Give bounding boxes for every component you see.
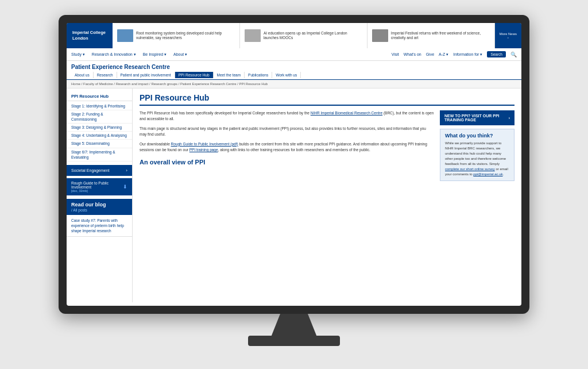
nav-right: Visit What's on Give A-Z ▾ Information f…: [392, 51, 517, 57]
more-news-button[interactable]: More News ›: [495, 23, 521, 48]
news-item-1[interactable]: Root monitoring system being developed c…: [113, 23, 240, 48]
email-link[interactable]: ppi@imperial.ac.uk: [473, 172, 502, 176]
logo-text: Imperial College London: [72, 30, 106, 41]
nav-az[interactable]: A-Z ▾: [439, 52, 448, 57]
sub-nav-research[interactable]: Research: [94, 72, 117, 78]
sidebar: PPI Resource Hub Stage 1: Identifying & …: [67, 89, 133, 302]
ppi-training-link[interactable]: PPI training page: [189, 148, 218, 152]
nav-give[interactable]: Give: [426, 52, 434, 56]
sidebar-rough-guide[interactable]: Rough Guide to Public Involvement [doc, …: [67, 178, 132, 195]
sidebar-item-stage5[interactable]: Stage 5: Disseminating: [67, 140, 132, 148]
survey-link[interactable]: complete our short online survey: [445, 167, 495, 171]
news-text-1: Root monitoring system being developed c…: [136, 31, 235, 41]
all-posts-link[interactable]: / All posts: [71, 208, 127, 212]
read-blog-title: Read our blog: [71, 202, 127, 207]
download-icon: ⬇: [123, 184, 127, 190]
blog-case-study[interactable]: Case study #7: Parents with experience o…: [67, 215, 132, 237]
arrow-right-icon: ›: [509, 116, 510, 120]
monitor-base: [248, 336, 340, 346]
content-paragraph-3: Our downloadable Rough Guide to Public I…: [140, 141, 434, 153]
nihr-brc-link[interactable]: NIHR Imperial Biomedical Research Centre: [311, 111, 382, 115]
content-main-col: The PPI Resource Hub has been specifical…: [140, 110, 434, 181]
sub-nav: About us Research Patient and public inv…: [71, 72, 517, 78]
monitor-body: Imperial College London Root monitoring …: [59, 15, 529, 314]
top-header: Imperial College London Root monitoring …: [67, 23, 521, 48]
monitor-screen: Imperial College London Root monitoring …: [67, 23, 521, 306]
nav-whats-on[interactable]: What's on: [404, 52, 421, 56]
monitor-wrapper: Imperial College London Root monitoring …: [59, 15, 529, 354]
news-text-3: Imperial Festival returns with free week…: [391, 31, 490, 41]
news-thumb-1: [117, 29, 133, 42]
arrow-right-icon: ›: [508, 36, 509, 39]
sidebar-item-stage1[interactable]: Stage 1: Identifying & Prioritising: [67, 102, 132, 110]
nav-research[interactable]: Research & Innovation ▾: [92, 52, 136, 57]
search-button[interactable]: Search: [487, 51, 506, 57]
nav-about[interactable]: About ▾: [173, 52, 187, 57]
news-text-2: AI education opens up as Imperial Colleg…: [264, 31, 362, 41]
sidebar-societal-engagement[interactable]: Societal Engagement ›: [67, 165, 132, 176]
sub-nav-ppi-hub[interactable]: PPI Resource Hub: [175, 72, 214, 78]
sub-header-title: Patient Experience Research Centre: [71, 64, 517, 70]
read-blog-section: Read our blog / All posts: [67, 199, 132, 215]
chevron-right-icon: ›: [126, 168, 127, 173]
sub-header: Patient Experience Research Centre About…: [67, 61, 521, 80]
main-layout: PPI Resource Hub Stage 1: Identifying & …: [67, 89, 521, 302]
breadcrumb: Home / Faculty of Medicine / Research an…: [67, 80, 521, 89]
rough-guide-link[interactable]: Rough Guide to Public Involvement (pdf): [171, 142, 238, 146]
content-side-col: NEW TO PPI? VISIT OUR PPI TRAINING PAGE …: [440, 110, 514, 181]
news-items: Root monitoring system being developed c…: [113, 23, 495, 48]
news-thumb-3: [372, 29, 388, 42]
nav-bar: Study ▾ Research & Innovation ▾ Be Inspi…: [67, 48, 521, 61]
sub-nav-work-with-us[interactable]: Work with us: [272, 72, 301, 78]
page-title: PPI Resource Hub: [140, 93, 514, 106]
search-icon[interactable]: 🔍: [510, 52, 517, 57]
news-thumb-2: [245, 29, 261, 42]
news-item-3[interactable]: Imperial Festival returns with free week…: [368, 23, 495, 48]
what-do-you-think-box: What do you think? While we primarily pr…: [440, 129, 514, 181]
nav-inspired[interactable]: Be Inspired ▾: [143, 52, 167, 57]
sidebar-item-stage2[interactable]: Stage 2: Funding & Commissioning: [67, 110, 132, 124]
sub-nav-meet-team[interactable]: Meet the team: [214, 72, 245, 78]
wdyt-title: What do you think?: [445, 133, 509, 139]
new-to-ppi-banner[interactable]: NEW TO PPI? VISIT OUR PPI TRAINING PAGE …: [440, 110, 514, 125]
logo-area[interactable]: Imperial College London: [67, 23, 113, 48]
sub-nav-publications[interactable]: Publications: [245, 72, 272, 78]
content-paragraph-1: The PPI Resource Hub has been specifical…: [140, 110, 434, 122]
an-overall-title: An overall view of PPI: [140, 159, 434, 166]
sidebar-item-stage3[interactable]: Stage 3: Designing & Planning: [67, 124, 132, 132]
sidebar-item-stage4[interactable]: Stage 4: Undertaking & Analysing: [67, 132, 132, 140]
nav-study[interactable]: Study ▾: [71, 52, 85, 57]
sidebar-title: PPI Resource Hub: [67, 92, 132, 101]
content-columns: The PPI Resource Hub has been specifical…: [140, 110, 514, 181]
nav-visit[interactable]: Visit: [392, 52, 399, 56]
sidebar-item-stage6[interactable]: Stage 6/7: Implementing & Evaluating: [67, 148, 132, 162]
news-item-2[interactable]: AI education opens up as Imperial Colleg…: [240, 23, 368, 48]
content-paragraph-2: This main page is structured around key …: [140, 126, 434, 138]
sub-nav-about-us[interactable]: About us: [71, 72, 94, 78]
main-content: PPI Resource Hub The PPI Resource Hub ha…: [133, 89, 521, 302]
wdyt-text: While we primarily provide support to NI…: [445, 141, 509, 177]
screen-content: Imperial College London Root monitoring …: [67, 23, 521, 306]
nav-info-for[interactable]: Information for ▾: [453, 52, 482, 57]
sub-nav-ppi[interactable]: Patient and public involvement: [117, 72, 175, 78]
monitor-stand: [271, 314, 317, 337]
